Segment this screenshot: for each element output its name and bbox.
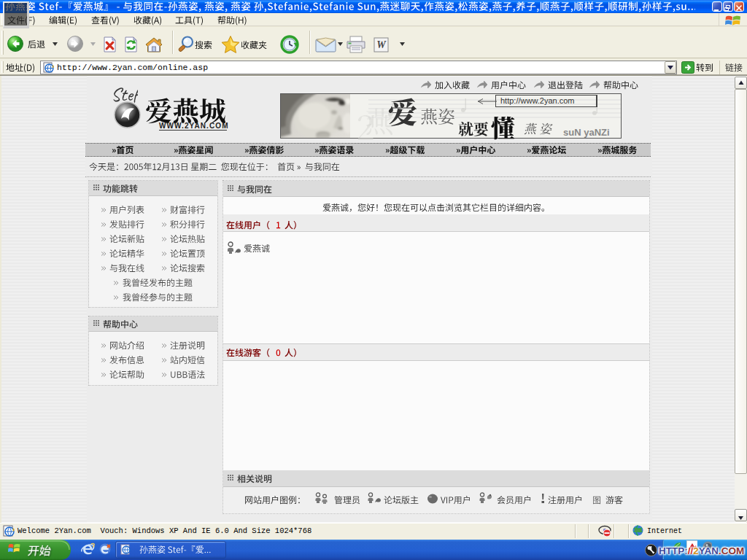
svg-text:W: W bbox=[376, 39, 387, 50]
